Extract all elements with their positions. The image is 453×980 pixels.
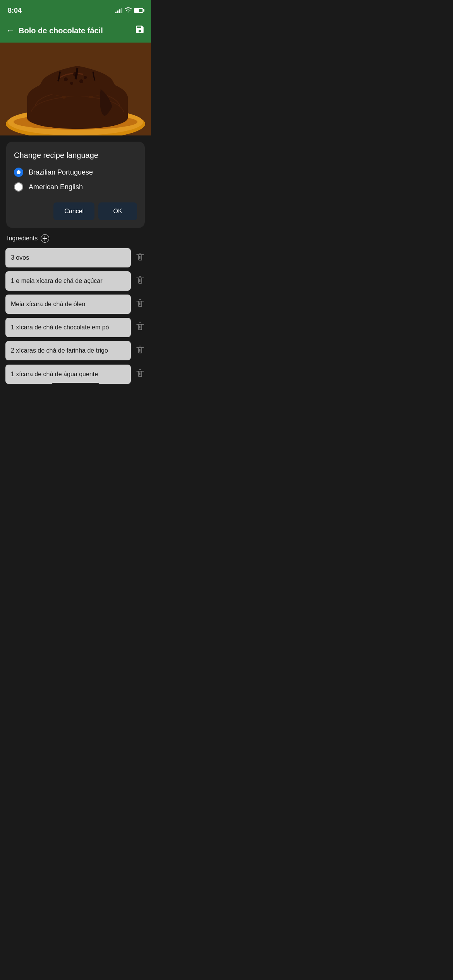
wifi-icon — [125, 7, 132, 14]
language-options: Brazilian Portuguese American English — [14, 168, 137, 192]
back-button[interactable]: ← — [6, 26, 15, 36]
dialog-title: Change recipe language — [14, 151, 137, 160]
save-button[interactable] — [135, 24, 145, 37]
ingredient-input-2[interactable] — [5, 271, 131, 291]
ingredient-input-6[interactable] — [5, 365, 131, 384]
app-header: ← Bolo de chocolate fácil — [0, 19, 151, 43]
delete-ingredient-4[interactable] — [135, 321, 146, 334]
radio-button-pt[interactable] — [14, 168, 23, 177]
svg-point-15 — [84, 76, 87, 79]
ingredient-input-5[interactable] — [5, 341, 131, 360]
dialog-buttons: Cancel OK — [14, 202, 137, 220]
add-ingredient-button[interactable] — [41, 234, 49, 243]
ingredient-row — [5, 364, 146, 384]
ingredient-input-4[interactable] — [5, 318, 131, 337]
language-label-en: American English — [29, 183, 83, 191]
ingredient-input-1[interactable] — [5, 248, 131, 267]
ingredient-row — [5, 295, 146, 314]
language-dialog: Change recipe language Brazilian Portugu… — [6, 142, 145, 228]
delete-ingredient-6[interactable] — [135, 368, 146, 381]
ingredient-row — [5, 318, 146, 337]
delete-ingredient-5[interactable] — [135, 344, 146, 358]
delete-ingredient-1[interactable] — [135, 251, 146, 265]
language-option-pt[interactable]: Brazilian Portuguese — [14, 168, 137, 177]
radio-button-en[interactable] — [14, 182, 23, 192]
delete-ingredient-3[interactable] — [135, 298, 146, 311]
signal-icon — [115, 8, 122, 13]
ingredient-row — [5, 248, 146, 267]
header-left: ← Bolo de chocolate fácil — [6, 26, 103, 36]
recipe-image — [0, 43, 151, 135]
ingredient-row — [5, 341, 146, 360]
status-bar: 8:04 — [0, 0, 151, 19]
page-title: Bolo de chocolate fácil — [19, 26, 103, 35]
language-option-en[interactable]: American English — [14, 182, 137, 192]
battery-icon — [134, 8, 143, 13]
status-icons — [115, 7, 143, 14]
ingredient-input-3[interactable] — [5, 295, 131, 314]
language-label-pt: Brazilian Portuguese — [29, 168, 93, 176]
ok-button[interactable]: OK — [98, 202, 137, 220]
delete-ingredient-2[interactable] — [135, 274, 146, 288]
ingredients-header: Ingredients — [5, 234, 146, 243]
status-time: 8:04 — [8, 7, 22, 15]
ingredients-section: Ingredients — [0, 234, 151, 384]
svg-point-17 — [79, 79, 83, 83]
svg-point-13 — [64, 77, 68, 81]
ingredient-row — [5, 271, 146, 291]
svg-point-16 — [70, 82, 73, 85]
ingredients-title: Ingredients — [7, 235, 38, 242]
cancel-button[interactable]: Cancel — [53, 202, 94, 220]
